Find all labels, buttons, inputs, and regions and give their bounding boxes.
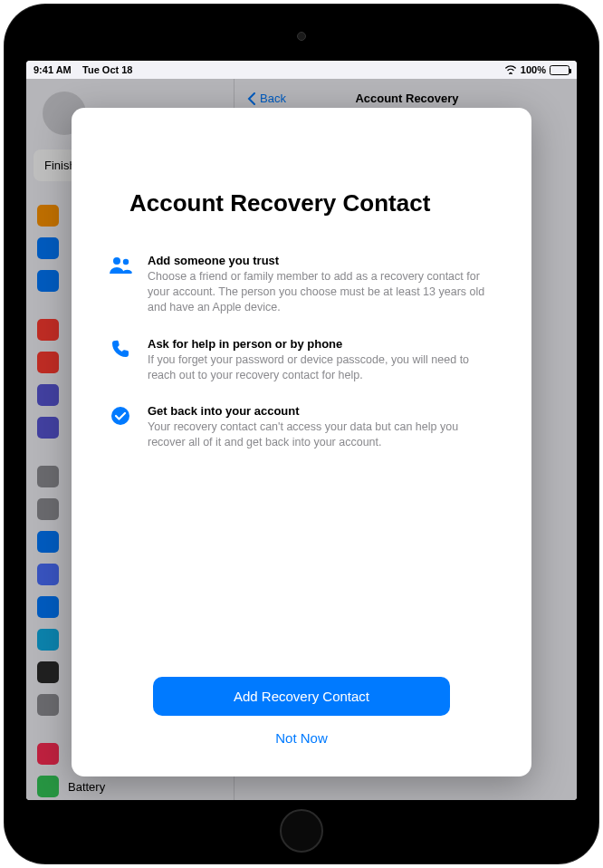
modal-item-desc: Choose a friend or family member to add … [148,269,495,315]
modal-title: Account Recovery Contact [129,189,495,217]
app-icon [37,743,59,765]
battery-percent: 100% [521,64,546,75]
svg-point-2 [111,407,129,425]
app-icon [37,466,59,487]
app-icon [37,629,59,651]
battery-icon [550,65,570,75]
app-icon [37,694,59,716]
app-icon [37,237,59,259]
account-recovery-modal: Account Recovery Contact Add someone you… [72,108,531,776]
status-bar: 9:41 AM Tue Oct 18 100% [26,61,577,79]
status-time-date: 9:41 AM Tue Oct 18 [34,64,132,75]
not-now-button[interactable]: Not Now [272,727,331,749]
main-title: Account Recovery [355,92,458,105]
back-button[interactable]: Back [247,92,286,105]
modal-item-desc: If you forget your password or device pa… [148,352,495,383]
status-time: 9:41 AM [34,64,72,75]
screen: 9:41 AM Tue Oct 18 100% Finish Setting U… [26,61,577,800]
modal-item-account: Get back into your account Your recovery… [108,404,495,450]
modal-item-desc: Your recovery contact can't access your … [148,420,495,450]
app-icon [37,564,59,585]
modal-item-trust: Add someone you trust Choose a friend or… [108,254,495,315]
app-icon [37,531,59,553]
home-button[interactable] [280,809,323,853]
app-icon [37,776,59,797]
modal-item-phone: Ask for help in person or by phone If yo… [108,337,495,383]
checkmark-circle-icon [108,404,133,429]
app-icon [37,498,59,520]
app-icon [37,661,59,683]
wifi-icon [504,64,517,76]
modal-item-title: Get back into your account [148,404,495,418]
add-recovery-contact-button[interactable]: Add Recovery Contact [153,677,450,716]
phone-icon [108,337,133,362]
app-icon [37,352,59,373]
svg-point-1 [123,259,129,265]
app-icon [37,384,59,406]
app-icon [37,596,59,618]
app-icon [37,270,59,292]
status-date: Tue Oct 18 [82,64,132,75]
back-label: Back [260,92,286,105]
svg-point-0 [113,257,120,265]
app-icon [37,417,59,439]
sidebar-item-label: Battery [68,780,105,794]
app-icon [37,205,59,227]
modal-item-title: Ask for help in person or by phone [148,337,495,351]
modal-items: Add someone you trust Choose a friend or… [108,254,495,677]
app-icon [37,319,59,341]
people-icon [108,254,133,279]
ipad-device-frame: 9:41 AM Tue Oct 18 100% Finish Setting U… [5,5,598,863]
modal-item-title: Add someone you trust [148,254,495,267]
device-camera [297,32,306,41]
